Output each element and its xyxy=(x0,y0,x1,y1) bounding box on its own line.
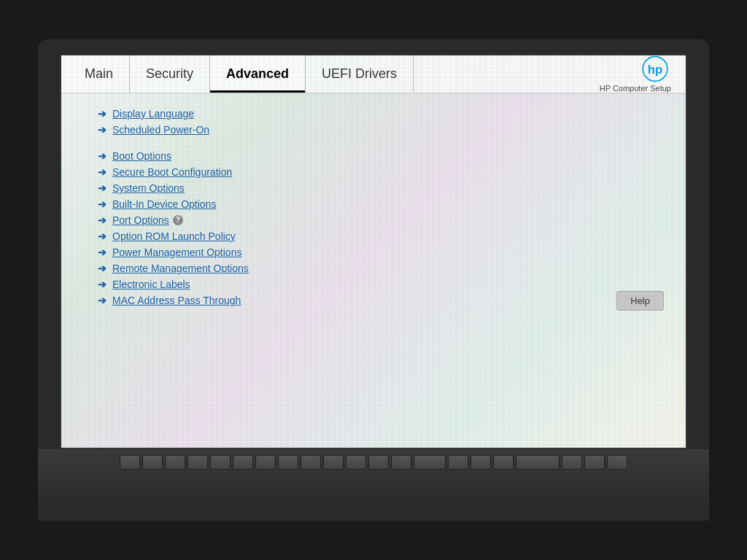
key xyxy=(210,455,231,470)
brand-label: HP Computer Setup xyxy=(600,84,671,93)
nav-bar: Main Security Advanced UEFI Drivers hp xyxy=(61,55,686,93)
arrow-icon: ➔ xyxy=(98,262,107,274)
menu-item-remote-management-options[interactable]: ➔ Remote Management Options xyxy=(98,262,649,274)
menu-item-electronic-labels[interactable]: ➔ Electronic Labels xyxy=(98,279,649,290)
key xyxy=(301,455,321,470)
key xyxy=(391,455,411,470)
arrow-icon: ➔ xyxy=(98,182,107,194)
keyboard-bar xyxy=(38,449,709,506)
key xyxy=(120,455,140,470)
bios-content: Main Security Advanced UEFI Drivers hp xyxy=(61,55,686,448)
menu-item-built-in-device-options[interactable]: ➔ Built-In Device Options xyxy=(98,198,649,210)
menu-item-power-management-options[interactable]: ➔ Power Management Options xyxy=(98,246,649,258)
key xyxy=(255,455,276,470)
help-circle-icon: ? xyxy=(173,215,183,225)
key xyxy=(607,455,627,470)
arrow-icon: ➔ xyxy=(98,246,107,258)
menu-item-mac-address-pass-through[interactable]: ➔ MAC Address Pass Through xyxy=(98,295,649,306)
hp-logo-icon: hp xyxy=(639,55,671,82)
arrow-icon: ➔ xyxy=(98,124,107,136)
key xyxy=(165,455,185,470)
arrow-icon: ➔ xyxy=(98,214,107,226)
arrow-icon: ➔ xyxy=(98,279,107,290)
menu-item-boot-options[interactable]: ➔ Boot Options xyxy=(98,150,649,162)
arrow-icon: ➔ xyxy=(98,150,107,162)
menu-item-secure-boot-configuration[interactable]: ➔ Secure Boot Configuration xyxy=(98,166,649,178)
key xyxy=(278,455,298,470)
key xyxy=(414,455,446,470)
tab-main[interactable]: Main xyxy=(69,55,130,93)
tab-uefi-drivers[interactable]: UEFI Drivers xyxy=(306,55,414,93)
arrow-icon: ➔ xyxy=(98,230,107,242)
main-area: ➔ Display Language ➔ Scheduled Power-On … xyxy=(61,93,686,325)
key xyxy=(516,455,560,470)
key xyxy=(562,455,582,470)
keyboard-row xyxy=(120,455,627,470)
menu-item-display-language[interactable]: ➔ Display Language xyxy=(98,108,649,120)
help-button[interactable]: Help xyxy=(616,291,664,311)
arrow-icon: ➔ xyxy=(98,166,107,178)
arrow-icon: ➔ xyxy=(98,198,107,210)
tab-security[interactable]: Security xyxy=(130,55,210,93)
arrow-icon: ➔ xyxy=(98,295,107,306)
screen: Main Security Advanced UEFI Drivers hp xyxy=(60,54,687,449)
key xyxy=(233,455,253,470)
spacer xyxy=(98,140,649,150)
menu-item-option-rom-launch-policy[interactable]: ➔ Option ROM Launch Policy xyxy=(98,230,649,242)
key xyxy=(323,455,344,470)
hp-logo-area: hp HP Computer Setup xyxy=(600,55,678,93)
arrow-icon: ➔ xyxy=(98,108,107,120)
laptop-frame: Main Security Advanced UEFI Drivers hp xyxy=(38,39,709,521)
key xyxy=(187,455,208,470)
key xyxy=(346,455,366,470)
key xyxy=(493,455,514,470)
key xyxy=(142,455,163,470)
menu-item-port-options[interactable]: ➔ Port Options ? xyxy=(98,214,649,226)
svg-text:hp: hp xyxy=(648,63,663,77)
menu-item-system-options[interactable]: ➔ System Options xyxy=(98,182,649,194)
key xyxy=(368,455,389,470)
tab-advanced[interactable]: Advanced xyxy=(210,55,306,93)
menu-item-scheduled-power-on[interactable]: ➔ Scheduled Power-On xyxy=(98,124,649,136)
key xyxy=(584,455,605,470)
key xyxy=(471,455,491,470)
key xyxy=(448,455,468,470)
